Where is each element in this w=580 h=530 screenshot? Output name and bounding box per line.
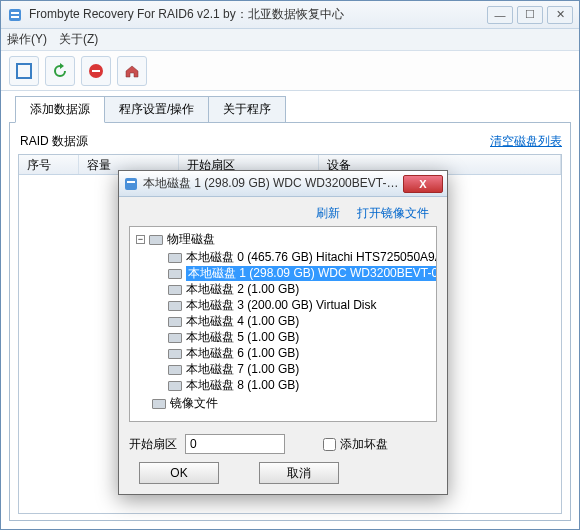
menubar: 操作(Y) 关于(Z)	[1, 29, 579, 51]
disk-icon	[168, 317, 182, 327]
disk-select-dialog: 本地磁盘 1 (298.09 GB) WDC WD3200BEVT-00A23.…	[118, 170, 448, 495]
svg-rect-6	[125, 178, 137, 190]
image-file-icon	[152, 399, 166, 409]
disk-item[interactable]: 本地磁盘 7 (1.00 GB)	[168, 362, 430, 377]
ok-button[interactable]: OK	[139, 462, 219, 484]
menu-operate[interactable]: 操作(Y)	[7, 31, 47, 48]
svg-rect-2	[11, 16, 19, 18]
disk-item[interactable]: 本地磁盘 6 (1.00 GB)	[168, 346, 430, 361]
window-title: Frombyte Recovery For RAID6 v2.1 by：北亚数据…	[29, 6, 487, 23]
tree-root-image[interactable]: 镜像文件	[152, 395, 430, 412]
svg-rect-1	[11, 12, 19, 14]
start-sector-input[interactable]	[185, 434, 285, 454]
close-button[interactable]: ✕	[547, 6, 573, 24]
open-image-link[interactable]: 打开镜像文件	[357, 206, 429, 220]
collapse-icon[interactable]: −	[136, 235, 145, 244]
svg-rect-3	[17, 64, 31, 78]
disk-item[interactable]: 本地磁盘 5 (1.00 GB)	[168, 330, 430, 345]
svg-rect-0	[9, 9, 21, 21]
start-sector-label: 开始扇区	[129, 436, 177, 453]
dialog-icon	[123, 176, 139, 192]
app-icon	[7, 7, 23, 23]
new-button[interactable]	[9, 56, 39, 86]
disk-item[interactable]: 本地磁盘 2 (1.00 GB)	[168, 282, 430, 297]
toolbar	[1, 51, 579, 91]
home-button[interactable]	[117, 56, 147, 86]
disk-icon	[168, 381, 182, 391]
dialog-titlebar: 本地磁盘 1 (298.09 GB) WDC WD3200BEVT-00A23.…	[119, 171, 447, 197]
disk-tree[interactable]: − 物理磁盘 本地磁盘 0 (465.76 GB) Hitachi HTS725…	[129, 226, 437, 422]
refresh-link[interactable]: 刷新	[316, 206, 340, 220]
disk-item[interactable]: 本地磁盘 3 (200.00 GB) Virtual Disk	[168, 298, 430, 313]
dialog-title: 本地磁盘 1 (298.09 GB) WDC WD3200BEVT-00A23.…	[139, 175, 403, 192]
disk-item[interactable]: 本地磁盘 0 (465.76 GB) Hitachi HTS725050A9A3…	[168, 250, 430, 265]
tab-about[interactable]: 关于程序	[208, 96, 286, 122]
disk-icon	[168, 349, 182, 359]
disk-group-icon	[149, 235, 163, 245]
cancel-button[interactable]: 取消	[259, 462, 339, 484]
stop-button[interactable]	[81, 56, 111, 86]
titlebar: Frombyte Recovery For RAID6 v2.1 by：北亚数据…	[1, 1, 579, 29]
disk-item[interactable]: 本地磁盘 4 (1.00 GB)	[168, 314, 430, 329]
minimize-button[interactable]: —	[487, 6, 513, 24]
disk-icon	[168, 253, 182, 263]
menu-about[interactable]: 关于(Z)	[59, 31, 98, 48]
tab-bar: 添加数据源 程序设置/操作 关于程序	[9, 97, 571, 123]
refresh-button[interactable]	[45, 56, 75, 86]
col-seq[interactable]: 序号	[19, 155, 79, 174]
dialog-close-button[interactable]: X	[403, 175, 443, 193]
tree-root-physical[interactable]: − 物理磁盘	[136, 231, 430, 248]
svg-rect-7	[127, 181, 135, 183]
maximize-button[interactable]: ☐	[517, 6, 543, 24]
disk-item[interactable]: 本地磁盘 8 (1.00 GB)	[168, 378, 430, 393]
disk-icon	[168, 285, 182, 295]
section-title: RAID 数据源	[20, 133, 88, 150]
disk-icon	[168, 301, 182, 311]
clear-list-link[interactable]: 清空磁盘列表	[490, 133, 562, 150]
svg-rect-5	[92, 70, 100, 72]
tab-add-source[interactable]: 添加数据源	[15, 96, 105, 123]
disk-icon	[168, 365, 182, 375]
add-bad-label: 添加坏盘	[340, 436, 388, 453]
add-bad-checkbox[interactable]	[323, 438, 336, 451]
disk-icon	[168, 333, 182, 343]
disk-item[interactable]: 本地磁盘 1 (298.09 GB) WDC WD3200BEVT-00A23T…	[168, 266, 430, 281]
tab-settings[interactable]: 程序设置/操作	[104, 96, 209, 122]
disk-icon	[168, 269, 182, 279]
dialog-links: 刷新 打开镜像文件	[129, 203, 437, 226]
